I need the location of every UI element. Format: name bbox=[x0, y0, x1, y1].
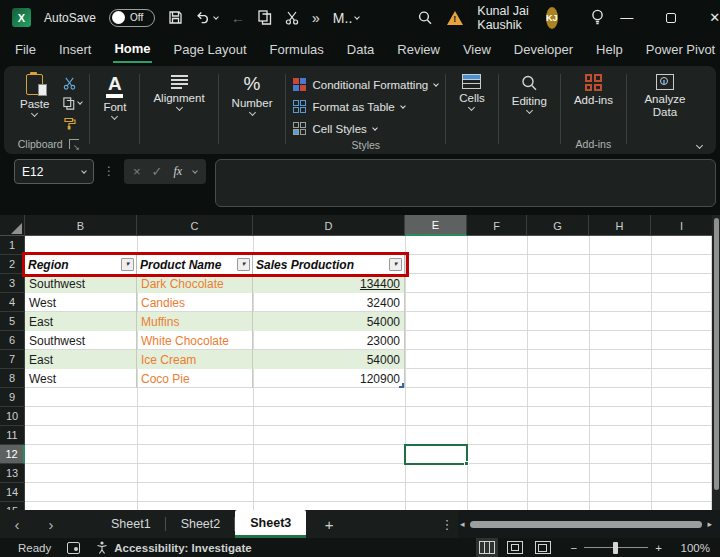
new-sheet-button[interactable]: + bbox=[306, 510, 352, 538]
warning-icon[interactable]: ! bbox=[447, 11, 463, 25]
column-header-e[interactable]: E bbox=[405, 215, 467, 236]
cell-c8-product[interactable]: Coco Pie bbox=[137, 369, 253, 388]
name-box-dropdown-icon[interactable] bbox=[81, 168, 87, 174]
hscroll-right-icon[interactable]: ▸ bbox=[707, 519, 712, 529]
row-header-7[interactable]: 7 bbox=[0, 350, 25, 369]
menu-tab-insert[interactable]: Insert bbox=[58, 40, 93, 62]
menu-tab-home[interactable]: Home bbox=[113, 39, 151, 63]
cell-styles-button[interactable]: Cell Styles bbox=[293, 120, 438, 137]
row-header-4[interactable]: 4 bbox=[0, 293, 25, 312]
column-header-c[interactable]: C bbox=[137, 215, 253, 236]
row-header-10[interactable]: 10 bbox=[0, 407, 25, 426]
insert-function-icon[interactable]: fx bbox=[174, 164, 183, 179]
horizontal-scrollbar[interactable]: ◂ ▸ bbox=[458, 510, 720, 538]
close-button[interactable]: ✕ bbox=[693, 0, 720, 35]
zoom-level[interactable]: 100% bbox=[676, 542, 710, 554]
paste-button[interactable]: Paste bbox=[14, 72, 55, 118]
row-header-6[interactable]: 6 bbox=[0, 331, 25, 350]
header-cell-region[interactable]: Region ▾ bbox=[25, 255, 137, 274]
cell-c6-product[interactable]: White Chocolate bbox=[137, 331, 253, 350]
cut-icon[interactable] bbox=[285, 11, 299, 25]
editing-button[interactable]: Editing bbox=[506, 72, 553, 115]
cell-b4-region[interactable]: West bbox=[25, 293, 137, 312]
copy-button[interactable] bbox=[63, 95, 82, 111]
sheet-tab-sheet2[interactable]: Sheet2 bbox=[166, 510, 236, 538]
menu-tab-page-layout[interactable]: Page Layout bbox=[173, 40, 248, 62]
sheet-tab-sheet1[interactable]: Sheet1 bbox=[96, 510, 166, 538]
cell-b8-region[interactable]: West bbox=[25, 369, 137, 388]
zoom-in-icon[interactable]: + bbox=[655, 542, 662, 554]
cell-b5-region[interactable]: East bbox=[25, 312, 137, 331]
maximize-button[interactable] bbox=[649, 0, 693, 35]
cell-d8-sales[interactable]: 120900 bbox=[253, 369, 405, 388]
row-header-8[interactable]: 8 bbox=[0, 369, 25, 388]
cancel-entry-icon[interactable]: × bbox=[133, 164, 141, 179]
undo-button[interactable] bbox=[196, 11, 218, 24]
column-header-d[interactable]: D bbox=[253, 215, 405, 236]
analyze-data-button[interactable]: Analyze Data bbox=[634, 72, 696, 121]
selected-cell-e12[interactable] bbox=[404, 444, 468, 465]
sheet-nav-left-icon[interactable]: ‹ bbox=[0, 510, 34, 538]
doc-title-menu[interactable]: M.. bbox=[333, 10, 359, 26]
avatar[interactable]: KJ bbox=[546, 7, 558, 29]
zoom-slider[interactable] bbox=[584, 547, 648, 549]
cell-d6-sales[interactable]: 23000 bbox=[253, 331, 405, 350]
format-as-table-button[interactable]: Format as Table bbox=[293, 98, 438, 115]
row-header-5[interactable]: 5 bbox=[0, 312, 25, 331]
cell-d7-sales[interactable]: 54000 bbox=[253, 350, 405, 369]
row-header-15[interactable]: 15 bbox=[0, 502, 25, 510]
search-icon[interactable] bbox=[417, 10, 433, 26]
cells-canvas[interactable]: Region ▾ Product Name ▾ Sales Production… bbox=[25, 236, 712, 510]
filter-button-sales[interactable]: ▾ bbox=[389, 258, 402, 271]
vertical-scrollbar-thumb[interactable] bbox=[714, 218, 719, 490]
row-header-1[interactable]: 1 bbox=[0, 236, 25, 255]
column-header-b[interactable]: B bbox=[25, 215, 137, 236]
cell-c3-product[interactable]: Dark Chocolate bbox=[137, 274, 253, 293]
row-header-14[interactable]: 14 bbox=[0, 483, 25, 502]
column-header-f[interactable]: F bbox=[467, 215, 527, 236]
clipboard-dialog-launcher-icon[interactable]: ↘ bbox=[69, 139, 79, 149]
row-header-11[interactable]: 11 bbox=[0, 426, 25, 445]
cell-b3-region[interactable]: Southwest bbox=[25, 274, 137, 293]
filter-button-product[interactable]: ▾ bbox=[237, 258, 250, 271]
row-header-13[interactable]: 13 bbox=[0, 464, 25, 483]
menu-tab-file[interactable]: File bbox=[14, 40, 37, 62]
cell-c4-product[interactable]: Candies bbox=[137, 293, 253, 312]
addins-button[interactable]: Add-ins bbox=[568, 72, 619, 108]
sheet-options-icon[interactable]: ⋮ bbox=[436, 510, 458, 538]
row-header-9[interactable]: 9 bbox=[0, 388, 25, 407]
cell-c5-product[interactable]: Muffins bbox=[137, 312, 253, 331]
save-icon[interactable] bbox=[168, 10, 183, 25]
cell-c7-product[interactable]: Ice Cream bbox=[137, 350, 253, 369]
sheet-nav-right-icon[interactable]: › bbox=[34, 510, 68, 538]
horizontal-scrollbar-thumb[interactable] bbox=[470, 521, 703, 528]
autosave-toggle[interactable]: Off bbox=[109, 9, 155, 27]
formula-input[interactable] bbox=[215, 159, 716, 207]
conditional-formatting-button[interactable]: Conditional Formatting bbox=[293, 76, 438, 93]
minimize-button[interactable]: — bbox=[605, 0, 649, 35]
column-header-i[interactable]: I bbox=[651, 215, 712, 236]
cut-button[interactable] bbox=[63, 75, 82, 91]
lightbulb-icon[interactable] bbox=[590, 9, 605, 26]
menu-tab-power-pivot[interactable]: Power Pivot bbox=[645, 40, 716, 62]
alignment-button[interactable]: Alignment bbox=[147, 72, 210, 112]
row-header-2[interactable]: 2 bbox=[0, 255, 25, 274]
page-layout-view-icon[interactable] bbox=[507, 541, 523, 554]
number-button[interactable]: % Number bbox=[226, 72, 279, 117]
menu-tab-view[interactable]: View bbox=[462, 40, 492, 62]
cell-d5-sales[interactable]: 54000 bbox=[253, 312, 405, 331]
column-header-g[interactable]: G bbox=[527, 215, 589, 236]
user-name[interactable]: Kunal Jai Kaushik bbox=[477, 4, 531, 32]
vertical-scrollbar[interactable] bbox=[712, 215, 720, 510]
column-header-h[interactable]: H bbox=[589, 215, 651, 236]
normal-view-icon[interactable] bbox=[479, 541, 495, 554]
font-button[interactable]: A Font bbox=[97, 72, 132, 121]
menu-tab-data[interactable]: Data bbox=[346, 40, 375, 62]
menu-tab-help[interactable]: Help bbox=[595, 40, 624, 62]
sheet-tab-sheet3[interactable]: Sheet3 bbox=[235, 510, 306, 538]
header-cell-product[interactable]: Product Name ▾ bbox=[137, 255, 253, 274]
cell-d3-sales[interactable]: 134400 bbox=[253, 274, 405, 293]
cells-button[interactable]: Cells bbox=[453, 72, 491, 112]
cell-b6-region[interactable]: Southwest bbox=[25, 331, 137, 350]
row-header-12[interactable]: 12 bbox=[0, 445, 25, 464]
